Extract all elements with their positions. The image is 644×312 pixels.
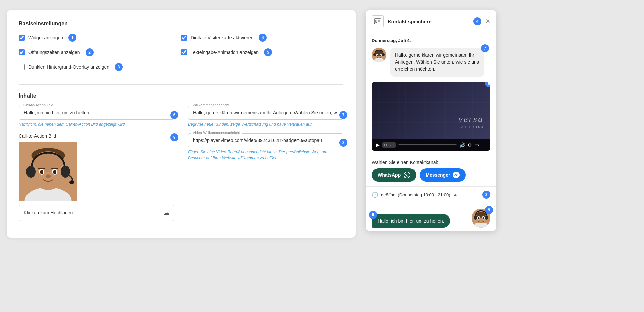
checkbox-row-oeffnungszeiten: Öffnungszeiten anzeigen 2 (19, 48, 181, 56)
chat-body: Donnerstag, Juli 4. (366, 33, 496, 231)
checkboxes-right: Digitale Visitenkarte aktivieren 4 Texte… (181, 34, 343, 76)
section-divider (19, 84, 343, 85)
overlay-label[interactable]: Dunklen Hintergrund-Overlay anzeigen (28, 64, 109, 70)
video-input[interactable] (188, 133, 343, 147)
texteingabe-label[interactable]: Texteingabe-Animation anzeigen (191, 50, 259, 55)
badge-7: 7 (339, 111, 347, 119)
svg-point-44 (474, 215, 477, 220)
willkommen-hint: Begrüße neue Kunden, zeige Wertschätzung… (188, 122, 343, 127)
whatsapp-label: WhatsApp (378, 172, 401, 178)
checkbox-row-visitenkarte: Digitale Visitenkarte aktivieren 4 (181, 34, 343, 42)
willkommen-input[interactable] (188, 106, 343, 120)
svg-rect-34 (372, 82, 490, 139)
whatsapp-icon (404, 172, 410, 178)
contact-channel-text: Wählen Sie einen Kontaktkanal: (366, 155, 496, 168)
messenger-icon (453, 172, 460, 178)
chat-header-title: Kontakt speichern (388, 19, 467, 24)
chat-widget: Kontakt speichern 4 ✕ Donnerstag, Juli 4… (366, 10, 496, 231)
cta-text-group: Call-to-Action Text Nachricht, die neben… (19, 106, 174, 127)
visitenkarte-checkbox[interactable] (181, 35, 187, 41)
fields-right-col: Willkommensnachricht Begrüße neue Kunden… (188, 106, 343, 227)
inhalte-section: Inhalte Call-to-Action Text Nachricht, d… (19, 93, 343, 227)
bottom-avatar-container: 9 (472, 209, 490, 228)
svg-point-14 (46, 174, 51, 178)
badge-2: 2 (86, 48, 94, 56)
chat-close-button[interactable]: ✕ (485, 18, 490, 25)
badge-9: 9 (170, 133, 178, 141)
cta-text-label: Call-to-Action Text (22, 103, 55, 107)
cta-text-input[interactable] (19, 106, 174, 120)
video-logo-text: versa commerce (458, 114, 484, 129)
svg-point-32 (382, 53, 385, 56)
badge-3: 3 (115, 63, 123, 71)
badge-6: 6 (170, 111, 178, 119)
welcome-message-row: Hallo, gerne klären wir gemeinsam Ihr An… (366, 46, 496, 80)
svg-rect-33 (374, 58, 384, 62)
video-progress-bar[interactable] (398, 144, 457, 145)
fullscreen-icon[interactable]: ⛶ (482, 142, 486, 148)
agent-avatar-svg (372, 48, 386, 62)
cta-text-hint: Nachricht, die neben dem Call-to-Action … (19, 122, 174, 127)
bottom-chat-bubble: Hallo, ich bin hier, um zu helfen. (372, 214, 450, 228)
oeffnungszeiten-label[interactable]: Öffnungszeiten anzeigen (28, 50, 80, 55)
badge-1: 1 (68, 34, 76, 42)
cta-text-wrapper: Call-to-Action Text (19, 106, 174, 120)
cta-bild-preview (19, 142, 77, 201)
avatar-svg (19, 142, 77, 201)
video-logo-line1: versa (458, 114, 484, 124)
status-bar: 🕐 geöffnet (Donnerstag 10:00 - 21:00) ▲ … (366, 186, 496, 203)
svg-point-29 (377, 55, 378, 56)
svg-rect-13 (51, 168, 58, 169)
video-icons: 🔊 ⚙ ▭ ⛶ (459, 142, 486, 148)
settings-panel: Basiseinstellungen Widget anzeigen 1 Öff… (7, 10, 356, 238)
texteingabe-checkbox[interactable] (181, 49, 187, 55)
status-text: geöffnet (Donnerstag 10:00 - 21:00) (381, 192, 450, 197)
welcome-bubble: Hallo, gerne klären wir gemeinsam Ihr An… (390, 48, 484, 77)
contact-card-icon (374, 18, 381, 25)
play-icon[interactable]: ▶ (376, 142, 380, 148)
welcome-message-text: Hallo, gerne klären wir gemeinsam Ihr An… (395, 52, 479, 72)
basiseinstellungen-title: Basiseinstellungen (19, 21, 343, 27)
overlay-checkbox[interactable] (19, 64, 25, 70)
svg-point-15 (26, 166, 36, 178)
status-left: 🕐 geöffnet (Donnerstag 10:00 - 21:00) ▲ (372, 192, 458, 198)
whatsapp-button[interactable]: WhatsApp (372, 168, 416, 182)
grid-overlay (372, 82, 490, 139)
video-thumbnail: versa commerce (372, 82, 490, 139)
volume-icon[interactable]: 🔊 (459, 142, 465, 148)
widget-anzeigen-label[interactable]: Widget anzeigen (28, 35, 63, 40)
video-label: Video-Willkommensnachricht (191, 131, 241, 135)
svg-point-45 (485, 215, 488, 220)
video-duration: 00:20 (382, 142, 396, 148)
header-badge-4: 4 (473, 17, 481, 25)
bottom-badge-6: 6 (369, 211, 377, 219)
widget-anzeigen-checkbox[interactable] (19, 35, 25, 41)
oeffnungszeiten-checkbox[interactable] (19, 49, 25, 55)
bubble-badge-7: 7 (481, 44, 489, 52)
messenger-button[interactable]: Messenger (420, 168, 466, 182)
settings-icon[interactable]: ⚙ (468, 142, 472, 148)
willkommen-group: Willkommensnachricht Begrüße neue Kunden… (188, 106, 343, 127)
visitenkarte-label[interactable]: Digitale Visitenkarte aktivieren (191, 35, 253, 40)
video-controls: ▶ 00:20 🔊 ⚙ ▭ ⛶ (372, 139, 490, 151)
svg-point-10 (40, 170, 43, 174)
svg-point-31 (373, 53, 376, 56)
airplay-icon[interactable]: ▭ (475, 142, 479, 148)
svg-point-17 (69, 180, 74, 184)
video-container: versa commerce ▶ 00:20 🔊 ⚙ ▭ ⛶ 8 (372, 82, 490, 151)
svg-point-43 (483, 217, 484, 219)
upload-button[interactable]: Klicken zum Hochladen ☁ (19, 205, 174, 221)
cta-bild-label: Call-to-Action Bild (19, 133, 174, 139)
upload-label: Klicken zum Hochladen (24, 210, 73, 215)
messenger-label: Messenger (426, 172, 450, 178)
chat-header: Kontakt speichern 4 ✕ (366, 10, 496, 33)
contact-icon (372, 15, 384, 27)
fields-grid: Call-to-Action Text Nachricht, die neben… (19, 106, 343, 227)
upload-icon: ☁ (163, 209, 169, 216)
checkboxes-grid: Widget anzeigen 1 Öffnungszeiten anzeige… (19, 34, 343, 76)
chat-date: Donnerstag, Juli 4. (366, 33, 496, 46)
svg-point-7 (34, 151, 63, 172)
agent-avatar (372, 48, 386, 62)
inhalte-title: Inhalte (19, 93, 343, 99)
willkommen-label: Willkommensnachricht (191, 103, 231, 107)
